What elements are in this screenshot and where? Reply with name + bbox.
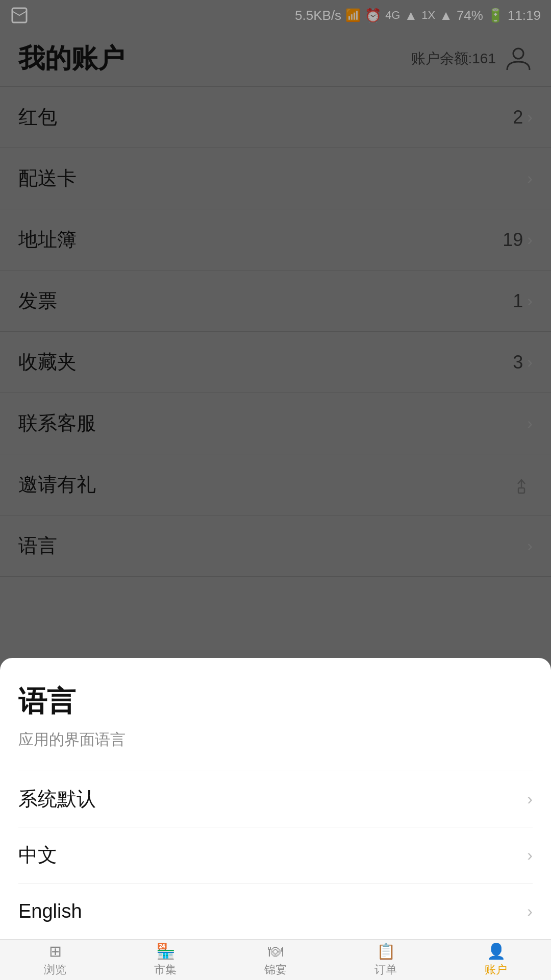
market-icon: 🏪	[156, 942, 175, 960]
nav-label-browse: 浏览	[44, 962, 66, 977]
language-sheet: 语言 应用的界面语言 系统默认 › 中文 › English ›	[0, 658, 551, 939]
sheet-subtitle: 应用的界面语言	[18, 729, 533, 750]
nav-label-feast: 锦宴	[264, 962, 287, 977]
nav-label-account: 账户	[485, 962, 507, 977]
nav-item-orders[interactable]: 📋 订单	[374, 942, 397, 977]
account-icon: 👤	[487, 942, 506, 960]
browse-icon: ⊞	[49, 942, 62, 960]
nav-item-market[interactable]: 🏪 市集	[154, 942, 177, 977]
chevron-right-icon: ›	[527, 846, 533, 865]
chevron-right-icon: ›	[527, 790, 533, 808]
nav-label-market: 市集	[154, 962, 177, 977]
language-option-system-default[interactable]: 系统默认 ›	[18, 771, 533, 827]
bottom-nav: ⊞ 浏览 🏪 市集 🍽 锦宴 📋 订单 👤 账户	[0, 939, 551, 980]
language-option-english[interactable]: English ›	[18, 883, 533, 939]
chevron-right-icon: ›	[527, 902, 533, 921]
orders-icon: 📋	[377, 942, 395, 960]
sheet-title: 语言	[18, 682, 533, 721]
nav-label-orders: 订单	[374, 962, 397, 977]
nav-item-feast[interactable]: 🍽 锦宴	[264, 943, 287, 977]
nav-item-browse[interactable]: ⊞ 浏览	[44, 942, 66, 977]
language-option-chinese[interactable]: 中文 ›	[18, 827, 533, 883]
feast-icon: 🍽	[268, 943, 283, 960]
nav-item-account[interactable]: 👤 账户	[485, 942, 507, 977]
